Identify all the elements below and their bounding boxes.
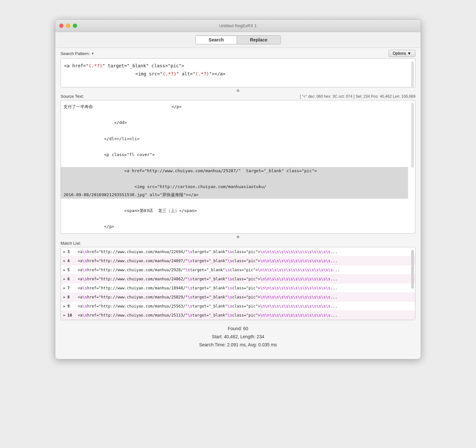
match-number: 4 xyxy=(67,259,75,263)
match-row[interactable]: ▶9<a\shref="http://www.chuiyao.com/manhu… xyxy=(61,302,415,311)
source-line-13: <span>第03话 龙三（上）</span> xyxy=(63,207,405,215)
match-content: <a\shref="http://www.chuiyao.com/manhua/… xyxy=(78,304,413,308)
titlebar: Untitled RegExRX 1 xyxy=(55,20,421,32)
match-number: 7 xyxy=(67,286,75,290)
minimize-button[interactable] xyxy=(66,24,70,28)
close-button[interactable] xyxy=(59,24,63,28)
divider-dot-2 xyxy=(237,236,239,238)
match-row[interactable]: ▶10<a\shref="http://www.chuiyao.com/manh… xyxy=(61,311,415,320)
match-content: <a\shref="http://www.chuiyao.com/manhua/… xyxy=(78,250,413,254)
source-scrollbar[interactable] xyxy=(411,103,414,168)
source-line-9: <a href="http://www.chuiyao.com/manhua/2… xyxy=(61,167,408,175)
replace-tab[interactable]: Replace xyxy=(237,36,280,44)
match-expand-arrow[interactable]: ▶ xyxy=(63,304,65,308)
source-line-1: 支付了一半寿命 </p> xyxy=(63,103,405,111)
source-line-11: <img src="http://cartoon.chuiyao.com/man… xyxy=(61,183,408,199)
match-expand-arrow[interactable]: ▶ xyxy=(63,295,65,299)
match-number: 10 xyxy=(67,313,75,318)
match-expand-arrow[interactable]: ▶ xyxy=(63,259,65,263)
source-line-5: </dl></li><li> xyxy=(63,135,405,143)
search-tab[interactable]: Search xyxy=(196,36,237,44)
search-pattern-dropdown-arrow[interactable]: ▼ xyxy=(91,52,94,55)
pattern-line-2: <img src="(.*?)" alt="(.*?)"></a> xyxy=(135,70,405,78)
source-line-10 xyxy=(61,175,408,183)
source-line-14 xyxy=(63,215,405,223)
search-pattern-header: Search Pattern: ▼ Options ▼ xyxy=(55,48,421,58)
source-text-input[interactable]: 支付了一半寿命 </p> </dd> </dl></li><li> <p cla… xyxy=(61,100,415,234)
match-content: <a\shref="http://www.chuiyao.com/manhua/… xyxy=(78,313,413,318)
pattern-scrollbar[interactable] xyxy=(411,61,414,87)
match-expand-arrow[interactable]: ▶ xyxy=(63,268,65,272)
source-line-12 xyxy=(63,199,405,207)
source-line-4 xyxy=(63,127,405,135)
divider-2 xyxy=(55,235,421,239)
search-pattern-label: Search Pattern: ▼ xyxy=(61,51,94,56)
match-content: <a\shref="http://www.chuiyao.com/manhua/… xyxy=(78,295,413,299)
match-expand-arrow[interactable]: ▶ xyxy=(63,286,65,290)
source-line-15: </p> xyxy=(63,223,405,231)
segment-control: Search Replace xyxy=(195,35,280,44)
match-content: <a\shref="http://www.chuiyao.com/manhua/… xyxy=(78,259,413,263)
match-row[interactable]: ▶3<a\shref="http://www.chuiyao.com/manhu… xyxy=(61,247,415,256)
match-number: 9 xyxy=(67,304,75,308)
maximize-button[interactable] xyxy=(73,24,77,28)
match-expand-arrow[interactable]: ▶ xyxy=(63,313,65,317)
match-expand-arrow[interactable]: ▶ xyxy=(63,250,65,253)
search-pattern-input[interactable]: <a href="(.*?)" target="_blank" class="p… xyxy=(61,58,415,87)
match-row[interactable]: ▶4<a\shref="http://www.chuiyao.com/manhu… xyxy=(61,256,415,265)
pattern-line-1: <a href="(.*?)" target="_blank" class="p… xyxy=(64,62,405,70)
match-row[interactable]: ▶8<a\shref="http://www.chuiyao.com/manhu… xyxy=(61,293,415,302)
match-section: Match List: ▶3<a\shref="http://www.chuiy… xyxy=(61,239,415,320)
footer-found: Found: 60 xyxy=(60,325,416,333)
toolbar: Search Replace xyxy=(55,32,421,48)
source-text-header: Source Text: [ "<" dec: 060 hex: 3C oct:… xyxy=(55,93,421,100)
footer-stats: Found: 60 Start: 40,462, Length: 234 Sea… xyxy=(55,320,421,354)
window-title: Untitled RegExRX 1 xyxy=(219,23,257,28)
match-list-label: Match List: xyxy=(61,239,415,247)
options-button[interactable]: Options ▼ xyxy=(389,50,415,57)
match-number: 8 xyxy=(67,295,75,299)
match-content: <a\shref="http://www.chuiyao.com/manhua/… xyxy=(78,277,413,281)
source-line-8 xyxy=(63,159,405,167)
match-list-scrollbar[interactable] xyxy=(411,250,414,289)
footer-search-time: Search Time: 2.091 ms, Avg: 0.035 ms xyxy=(60,341,416,349)
match-number: 5 xyxy=(67,268,75,272)
match-row[interactable]: ▶7<a\shref="http://www.chuiyao.com/manhu… xyxy=(61,284,415,293)
match-content: <a\shref="http://www.chuiyao.com/manhua/… xyxy=(78,286,413,290)
match-number: 6 xyxy=(67,277,75,281)
match-list: ▶3<a\shref="http://www.chuiyao.com/manhu… xyxy=(61,247,415,320)
source-line-3: </dd> xyxy=(63,119,405,127)
source-line-6 xyxy=(63,143,405,151)
match-row[interactable]: ▶5<a\shref="http://www.chuiyao.com/manhu… xyxy=(61,265,415,274)
match-expand-arrow[interactable]: ▶ xyxy=(63,277,65,281)
match-row[interactable]: ▶6<a\shref="http://www.chuiyao.com/manhu… xyxy=(61,274,415,284)
window-controls xyxy=(59,24,77,28)
source-text-stats: [ "<" dec: 060 hex: 3C oct: 074 ] Sel: 2… xyxy=(300,94,415,99)
match-number: 3 xyxy=(67,250,75,254)
footer-start: Start: 40,462, Length: 234 xyxy=(60,333,416,341)
source-text-label: Source Text: xyxy=(61,94,84,99)
divider-dot-1 xyxy=(237,89,239,92)
source-line-2 xyxy=(63,111,405,119)
divider-1 xyxy=(55,89,421,93)
main-window: Untitled RegExRX 1 Search Replace Search… xyxy=(55,19,421,359)
source-line-7: <p class="fl cover"> xyxy=(63,151,405,159)
match-content: <a\shref="http://www.chuiyao.com/manhua/… xyxy=(78,268,413,272)
